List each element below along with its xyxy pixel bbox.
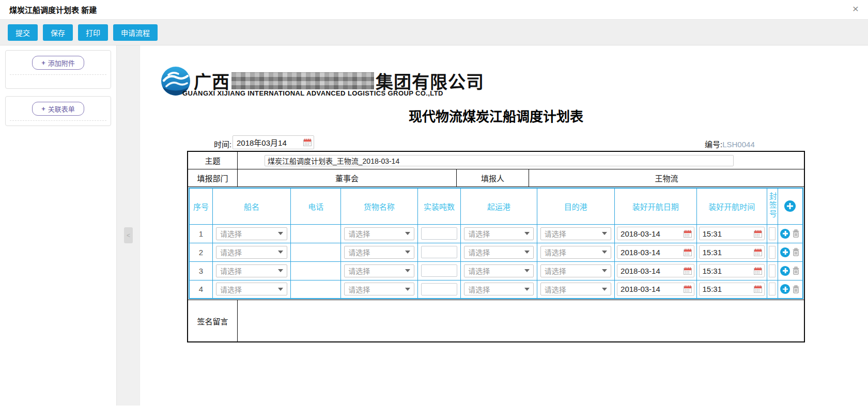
print-button[interactable]: 打印 [78, 24, 108, 41]
col-actions [778, 188, 803, 224]
sail-date-input[interactable]: 2018-03-14 [617, 264, 694, 277]
cargo-select[interactable]: 请选择 [344, 227, 414, 240]
ship-select[interactable]: 请选择 [216, 283, 287, 295]
add-attachment-button[interactable]: + 添加附件 [32, 56, 84, 70]
calendar-icon[interactable] [684, 248, 692, 256]
delete-row-icon[interactable] [792, 229, 800, 238]
related-form-label: 关联表单 [48, 104, 75, 114]
origin-port-select[interactable]: 请选择 [464, 283, 533, 295]
tonnage-input[interactable] [421, 227, 457, 240]
seal-number-input[interactable] [769, 264, 776, 277]
signature-label: 签名留言 [188, 300, 238, 341]
subject-row: 主题 [188, 152, 804, 169]
grid-row: 2 请选择 请选择 请选择 请选择 2018-03-14 15:31 [189, 243, 803, 261]
dest-port-select[interactable]: 请选择 [540, 246, 611, 259]
calendar-icon[interactable] [754, 267, 762, 275]
col-sail-time: 装好开航时间 [696, 188, 767, 224]
chevron-down-icon [278, 269, 283, 272]
sail-time-input[interactable]: 15:31 [699, 264, 765, 277]
sail-date-input[interactable]: 2018-03-14 [617, 283, 694, 296]
add-row-icon[interactable] [780, 284, 790, 294]
redacted-mosaic [231, 72, 374, 89]
sidebar: + 添加附件 + 关联表单 [0, 45, 117, 405]
origin-port-select[interactable]: 请选择 [464, 264, 533, 277]
sail-date-input[interactable]: 2018-03-14 [617, 227, 694, 240]
dest-port-select[interactable]: 请选择 [540, 264, 611, 277]
phone-input-area[interactable] [291, 243, 341, 261]
calendar-icon[interactable] [754, 285, 762, 293]
chevron-down-icon [405, 232, 410, 235]
related-form-button[interactable]: + 关联表单 [32, 102, 84, 116]
calendar-icon[interactable] [684, 285, 692, 293]
dispatch-form-table: 主题 填报部门 董事会 填报人 王物流 [187, 151, 805, 342]
delete-row-icon[interactable] [792, 267, 800, 275]
add-row-icon[interactable] [784, 200, 796, 212]
form-date-value: 2018年03月14 [237, 137, 303, 148]
company-name-en: GUANGXI XIJIANG INTERNATIONAL ADVANCED L… [182, 89, 443, 97]
delete-row-icon[interactable] [792, 285, 800, 293]
subject-input[interactable] [265, 155, 734, 166]
chevron-down-icon [602, 251, 607, 254]
tonnage-input[interactable] [421, 246, 457, 258]
ship-select[interactable]: 请选择 [216, 264, 287, 277]
col-seq: 序号 [189, 188, 212, 224]
submit-button[interactable]: 提交 [8, 24, 38, 41]
origin-port-select[interactable]: 请选择 [464, 246, 533, 259]
form-canvas: 广西 集团有限公司 GUANGXI XIJIANG INTERNATIONAL … [140, 45, 868, 405]
chevron-down-icon [602, 269, 607, 272]
related-form-panel: + 关联表单 [5, 96, 111, 126]
tonnage-input[interactable] [421, 264, 457, 277]
calendar-icon[interactable] [303, 138, 312, 146]
ship-select[interactable]: 请选择 [216, 227, 287, 240]
sail-date-input[interactable]: 2018-03-14 [617, 245, 694, 259]
serial-number: 编号:LSH0044 [705, 138, 755, 149]
toolbar: 提交 保存 打印 申请流程 [0, 20, 868, 45]
add-row-icon[interactable] [780, 247, 790, 257]
attachment-panel: + 添加附件 [5, 50, 111, 89]
form-date-input[interactable]: 2018年03月14 [233, 135, 314, 149]
chevron-down-icon [602, 288, 607, 291]
calendar-icon[interactable] [684, 230, 692, 238]
seal-number-input[interactable] [769, 283, 776, 295]
ship-select[interactable]: 请选择 [216, 246, 287, 259]
col-origin: 起运港 [461, 188, 537, 224]
col-dest: 目的港 [537, 188, 614, 224]
seal-number-input[interactable] [769, 246, 776, 259]
cargo-select[interactable]: 请选择 [344, 283, 414, 295]
add-row-icon[interactable] [780, 266, 790, 276]
signature-area[interactable] [238, 300, 804, 341]
calendar-icon[interactable] [754, 230, 762, 238]
add-row-icon[interactable] [780, 229, 790, 239]
col-tonnage: 实装吨数 [417, 188, 461, 224]
cargo-select[interactable]: 请选择 [344, 264, 414, 277]
subject-label: 主题 [188, 152, 238, 169]
phone-input-area[interactable] [291, 280, 341, 299]
row-index: 3 [189, 261, 212, 280]
cargo-select[interactable]: 请选择 [344, 246, 414, 259]
grid-header-row: 序号 船名 电话 货物名称 实装吨数 起运港 目的港 装好开航日期 装好开航时间… [189, 188, 803, 224]
origin-port-select[interactable]: 请选择 [464, 227, 533, 240]
chevron-down-icon [524, 269, 530, 272]
save-button[interactable]: 保存 [43, 24, 73, 41]
sail-time-input[interactable]: 15:31 [699, 283, 765, 296]
tonnage-input[interactable] [421, 283, 457, 295]
grid-row: 4 请选择 请选择 请选择 请选择 2018-03-14 15:31 [189, 280, 803, 299]
sail-time-input[interactable]: 15:31 [699, 245, 765, 259]
phone-input-area[interactable] [291, 224, 341, 243]
dest-port-select[interactable]: 请选择 [540, 283, 611, 295]
calendar-icon[interactable] [754, 248, 762, 256]
calendar-icon[interactable] [684, 267, 692, 275]
chevron-down-icon [524, 232, 530, 235]
chevron-down-icon [405, 251, 410, 254]
phone-input-area[interactable] [291, 261, 341, 280]
apply-flow-button[interactable]: 申请流程 [113, 24, 158, 41]
seal-number-input[interactable] [769, 227, 776, 240]
dest-port-select[interactable]: 请选择 [540, 227, 611, 240]
close-icon[interactable]: × [853, 3, 859, 14]
sail-time-input[interactable]: 15:31 [699, 227, 765, 240]
reporter-value: 王物流 [529, 169, 804, 186]
collapse-sidebar-button[interactable]: < [124, 227, 133, 243]
delete-row-icon[interactable] [792, 248, 800, 256]
ship-schedule-grid: 序号 船名 电话 货物名称 实装吨数 起运港 目的港 装好开航日期 装好开航时间… [189, 188, 803, 299]
row-index: 2 [189, 243, 212, 261]
